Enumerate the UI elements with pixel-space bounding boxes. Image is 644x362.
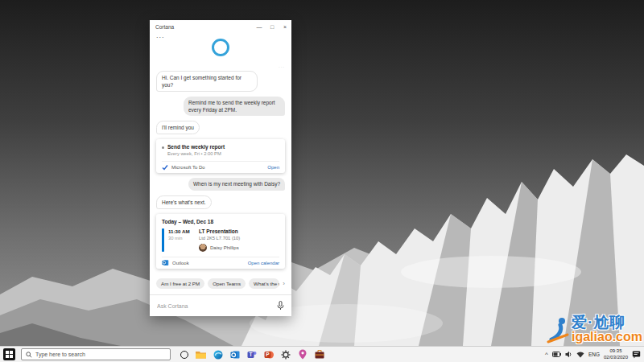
- svg-text:P: P: [266, 352, 270, 357]
- calendar-card: Today – Wed, Dec 18 11:30 AM 30 min LT P…: [156, 214, 285, 269]
- event-time: 11:30 AM: [168, 228, 195, 234]
- speaker-icon[interactable]: [565, 351, 572, 358]
- tray-chevron-up-icon[interactable]: ^: [545, 351, 548, 358]
- taskbar-outlook-button[interactable]: [226, 347, 243, 362]
- chip-whats-the-weather[interactable]: What's the weathe: [249, 278, 279, 289]
- attendee-row: Daisy Phillips: [199, 244, 240, 252]
- todo-task-row: Send the weekly report: [162, 144, 279, 150]
- mountain-scene: [0, 0, 644, 346]
- typing-indicator: ...: [156, 64, 285, 71]
- watermark-logo-icon: [546, 315, 570, 344]
- edge-icon: [213, 350, 223, 360]
- calendar-app-name: Outlook: [172, 261, 189, 265]
- watermark-url: igaliao.com: [572, 331, 642, 344]
- chip-open-teams[interactable]: Open Teams: [208, 278, 246, 289]
- briefcase-icon: [315, 350, 324, 359]
- outlook-icon: [230, 350, 240, 360]
- taskbar-teams-button[interactable]: T: [243, 347, 260, 362]
- maximize-button[interactable]: □: [266, 20, 279, 33]
- network-wifi-icon[interactable]: [576, 352, 584, 358]
- bot-message-whats-next: Here's what's next.: [156, 195, 212, 209]
- watermark-title: 爱·尬聊: [572, 315, 625, 331]
- event-details-column: LT Presentation Ltd 2K5 L7.701 (10) Dais…: [199, 228, 240, 252]
- calendar-event-row: 11:30 AM 30 min LT Presentation Ltd 2K5 …: [162, 228, 279, 252]
- powerpoint-icon: P: [264, 350, 274, 360]
- todo-card: Send the weekly report Every week, Fri •…: [156, 139, 285, 173]
- taskbar-briefcase-button[interactable]: [311, 347, 328, 362]
- chip-am-i-free[interactable]: Am I free at 2 PM: [156, 278, 204, 289]
- event-location: Ltd 2K5 L7.701 (10): [199, 236, 240, 241]
- battery-icon[interactable]: [552, 352, 561, 357]
- map-pin-icon: [299, 349, 307, 360]
- todo-card-footer: Microsoft To Do Open: [162, 161, 279, 173]
- open-calendar-link[interactable]: Open calendar: [248, 261, 279, 265]
- close-button[interactable]: ×: [279, 20, 291, 33]
- bot-message-confirmation: I'll remind you: [156, 121, 200, 134]
- start-button[interactable]: [3, 348, 15, 360]
- taskbar-cortana-button[interactable]: [175, 347, 192, 362]
- minimize-button[interactable]: —: [253, 20, 266, 33]
- cortana-logo-icon: [212, 39, 229, 56]
- file-explorer-icon: [196, 350, 206, 359]
- taskbar-settings-button[interactable]: [277, 347, 294, 362]
- event-duration: 30 min: [168, 236, 195, 241]
- suggestion-chips: Am I free at 2 PM Open Teams What's the …: [156, 278, 285, 294]
- window-titlebar: Cortana — □ ×: [150, 20, 291, 33]
- language-indicator[interactable]: ENG: [588, 352, 600, 357]
- system-tray: ^ ENG 09:35 02/03/2020: [545, 348, 644, 360]
- cortana-window: Cortana — □ × ... ... Hi. Can I get some…: [150, 20, 291, 316]
- search-icon: [26, 352, 32, 358]
- desktop: 爱·尬聊 igaliao.com Cortana — □ × ... ... H…: [0, 0, 644, 362]
- attendee-avatar: [199, 244, 207, 252]
- ask-cortana-input[interactable]: [157, 303, 272, 309]
- message-stack: Hi. Can I get something started for you?…: [156, 71, 285, 269]
- todo-app-name: Microsoft To Do: [171, 165, 205, 170]
- event-title: LT Presentation: [199, 228, 240, 234]
- calendar-date-header: Today – Wed, Dec 18: [162, 219, 279, 228]
- svg-text:T: T: [249, 352, 252, 357]
- search-placeholder: Type here to search: [35, 352, 85, 357]
- site-watermark: 爱·尬聊 igaliao.com: [546, 315, 642, 344]
- attendee-name: Daisy Phillips: [210, 245, 239, 250]
- microphone-icon[interactable]: [277, 301, 284, 311]
- desktop-wallpaper: [0, 0, 644, 346]
- user-message-meeting: When is my next meeting with Daisy?: [188, 178, 285, 190]
- conversation-area: ... ... Hi. Can I get something started …: [150, 33, 291, 294]
- event-time-column: 11:30 AM 30 min: [168, 228, 195, 252]
- windows-logo-icon: [6, 351, 13, 358]
- taskbar: Type here to search: [0, 346, 644, 362]
- logo-row: ...: [156, 33, 285, 64]
- calendar-card-footer: Outlook Open calendar: [162, 257, 279, 269]
- taskbar-edge-button[interactable]: [209, 347, 226, 362]
- teams-icon: T: [247, 350, 257, 360]
- taskbar-powerpoint-button[interactable]: P: [260, 347, 277, 362]
- action-center-icon[interactable]: [632, 350, 641, 359]
- ask-cortana-bar: [150, 294, 291, 316]
- taskbar-search[interactable]: Type here to search: [21, 348, 171, 360]
- todo-check-icon: [162, 164, 168, 171]
- task-schedule: Every week, Fri • 2:00 PM: [167, 151, 279, 156]
- outlook-icon: [162, 259, 169, 266]
- event-accent-bar: [162, 228, 164, 252]
- taskbar-file-explorer-button[interactable]: [192, 347, 209, 362]
- settings-gear-icon: [281, 350, 291, 360]
- user-message-reminder: Remind me to send the weekly report ever…: [184, 97, 285, 116]
- todo-open-link[interactable]: Open: [267, 165, 279, 170]
- pinned-apps: T P: [175, 347, 328, 362]
- cortana-ring-icon: [180, 351, 188, 359]
- clock-time: 09:35: [604, 348, 628, 355]
- task-bullet-icon: [162, 146, 164, 149]
- clock-date: 02/03/2020: [604, 355, 628, 361]
- taskbar-maps-button[interactable]: [294, 347, 311, 362]
- task-title: Send the weekly report: [167, 144, 225, 150]
- clock[interactable]: 09:35 02/03/2020: [604, 348, 628, 360]
- chips-scroll-chevron-icon[interactable]: ›: [283, 280, 285, 287]
- window-title: Cortana: [155, 24, 253, 30]
- bot-message-greeting: Hi. Can I get something started for you?: [156, 71, 258, 92]
- overflow-menu-icon[interactable]: ...: [156, 33, 165, 39]
